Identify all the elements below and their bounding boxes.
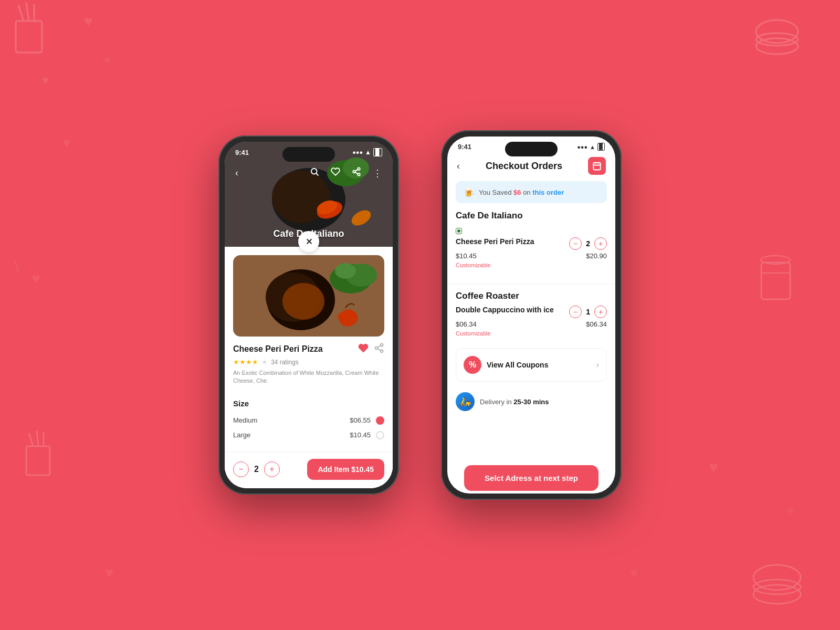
delivery-time: 25-30 mins xyxy=(513,398,549,406)
increase-qty-left[interactable]: + xyxy=(264,461,280,477)
status-time-left: 9:41 xyxy=(235,149,249,156)
rating-count: 34 ratings xyxy=(271,359,299,366)
size-option-large: Large $10.45 xyxy=(233,428,384,443)
delivery-text: Delivery in 25-30 mins xyxy=(480,398,549,406)
search-button[interactable] xyxy=(308,165,321,181)
item-action-icons xyxy=(358,343,384,355)
svg-line-41 xyxy=(355,172,358,174)
total-price-1: $20.90 xyxy=(586,252,607,260)
order-item-1: Cheese Peri Peri Pizza − 2 + xyxy=(456,237,607,250)
back-button-left[interactable]: ‹ xyxy=(233,165,240,181)
svg-text:I: I xyxy=(11,255,22,277)
svg-text:♥: ♥ xyxy=(630,565,638,580)
checkout-title: Checkout Orders xyxy=(486,161,562,172)
svg-point-39 xyxy=(353,171,355,173)
wifi-icon: ▲ xyxy=(365,149,371,156)
price-row-2: $06.34 $06.34 xyxy=(456,320,607,328)
radio-large[interactable] xyxy=(376,431,384,439)
svg-point-40 xyxy=(358,173,360,176)
svg-point-56 xyxy=(375,347,378,350)
qty-control-1: − 2 + xyxy=(569,237,607,250)
qty-num-2: 1 xyxy=(586,308,590,316)
svg-point-10 xyxy=(756,38,798,54)
savings-banner: 🍺 You Saved $6 on this order xyxy=(456,181,607,203)
item-name: Cheese Peri Peri Pizza xyxy=(233,344,323,354)
qty-num-1: 2 xyxy=(586,239,590,248)
radio-medium[interactable] xyxy=(376,416,384,425)
customizable-1: Customizable xyxy=(456,262,607,268)
delivery-icon: 🛵 xyxy=(456,392,475,411)
increase-qty-item1[interactable]: + xyxy=(594,237,607,250)
svg-text:♥: ♥ xyxy=(105,56,110,65)
share-button-item[interactable] xyxy=(374,343,384,355)
restaurant-name-1: Cafe De Italiano xyxy=(456,211,607,221)
coupons-left: % View All Coupons xyxy=(464,356,548,374)
svg-point-46 xyxy=(282,283,324,320)
svg-point-8 xyxy=(756,20,798,43)
item-description: An Exotic Combination of White Mozzarill… xyxy=(233,369,384,385)
right-phone: 9:41 ●●● ▲ ▊ ‹ Checkout Orders xyxy=(441,130,622,500)
svg-text:♥: ♥ xyxy=(32,270,40,287)
increase-qty-item2[interactable]: + xyxy=(594,306,607,318)
decrease-qty-item2[interactable]: − xyxy=(569,306,582,318)
svg-text:♥: ♥ xyxy=(84,13,93,29)
dynamic-island-left xyxy=(282,147,335,162)
coupon-icon: % xyxy=(464,356,481,374)
svg-rect-17 xyxy=(761,262,790,299)
bottom-bar-left: − 2 + Add Item $10.45 xyxy=(225,453,393,488)
svg-point-24 xyxy=(753,565,801,590)
dynamic-island-right xyxy=(505,142,558,156)
quantity-display-left: 2 xyxy=(254,465,259,474)
coupons-label: View All Coupons xyxy=(487,361,548,369)
customizable-2: Customizable xyxy=(456,330,607,337)
order-item-2: Double Cappuccino with ice − 1 + xyxy=(456,306,607,318)
status-icons-right: ●●● ▲ ▊ xyxy=(577,143,605,151)
checkout-header: ‹ Checkout Orders xyxy=(447,153,615,181)
svg-rect-0 xyxy=(16,21,42,52)
size-option-medium: Medium $06.55 xyxy=(233,413,384,428)
order-item-name-1: Cheese Peri Peri Pizza xyxy=(456,237,569,246)
order-item-name-2: Double Cappuccino with ice xyxy=(456,306,569,314)
svg-line-14 xyxy=(29,433,33,446)
heart-button[interactable] xyxy=(358,343,369,355)
cta-text: Selct Adress at next step xyxy=(485,474,578,482)
section-divider-1 xyxy=(447,284,615,285)
back-button-right[interactable]: ‹ xyxy=(457,161,460,172)
favorites-button[interactable] xyxy=(329,165,342,181)
savings-link[interactable]: this order xyxy=(532,188,564,196)
share-button-header[interactable] xyxy=(350,165,363,181)
veg-indicator-1 xyxy=(456,228,462,234)
header-actions: ‹ ⋮ xyxy=(225,165,393,181)
battery-icon-right: ▊ xyxy=(597,143,605,151)
select-address-button[interactable]: Selct Adress at next step xyxy=(464,465,598,491)
svg-rect-60 xyxy=(593,163,601,170)
add-item-button[interactable]: Add Item $10.45 xyxy=(307,459,384,480)
calendar-button[interactable] xyxy=(588,157,606,175)
svg-point-26 xyxy=(753,585,801,604)
quantity-control: − 2 + xyxy=(233,461,280,477)
size-title: Size xyxy=(233,399,384,408)
close-button[interactable]: ✕ xyxy=(298,231,319,252)
svg-point-38 xyxy=(358,168,360,171)
savings-amount: $6 xyxy=(513,188,521,196)
svg-text:♥: ♥ xyxy=(105,564,114,581)
svg-line-58 xyxy=(377,349,381,350)
status-icons-left: ●●● ▲ ▊ xyxy=(352,148,382,156)
decrease-qty-left[interactable]: − xyxy=(233,461,249,477)
coupons-row[interactable]: % View All Coupons › xyxy=(456,348,607,382)
wifi-icon-right: ▲ xyxy=(590,144,595,150)
status-time-right: 9:41 xyxy=(458,143,471,151)
svg-line-59 xyxy=(377,345,381,347)
more-button[interactable]: ⋮ xyxy=(371,165,384,181)
qty-control-2: − 1 + xyxy=(569,306,607,318)
svg-point-55 xyxy=(381,344,383,346)
svg-text:♥: ♥ xyxy=(788,505,794,517)
restaurant-section-2: Coffee Roaster Double Cappuccino with ic… xyxy=(447,291,615,348)
svg-text:♥: ♥ xyxy=(709,458,718,476)
unit-price-2: $06.34 xyxy=(456,320,477,328)
svg-point-57 xyxy=(381,350,383,352)
delivery-row: 🛵 Delivery in 25-30 mins xyxy=(456,387,607,416)
decrease-qty-item1[interactable]: − xyxy=(569,237,582,250)
unit-price-1: $10.45 xyxy=(456,252,477,260)
svg-line-15 xyxy=(37,430,38,446)
